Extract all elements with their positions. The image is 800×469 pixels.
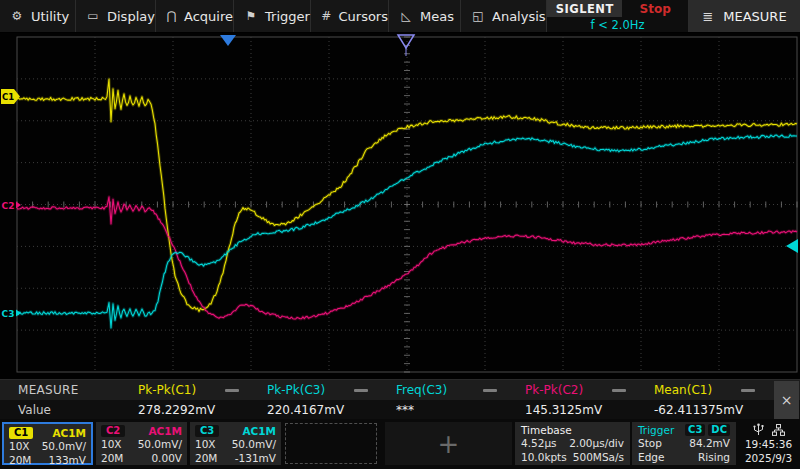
measurement-label: Pk-Pk(C2) [525,383,583,397]
usb-icon [753,423,764,436]
vertical-offset: 133mV [49,454,86,468]
vertical-scale: 50.0mV/ [138,438,182,452]
system-status: 19:45:36 2025/9/3 [737,422,800,465]
menu-meas-label: Meas [420,9,454,24]
channel-box-c1[interactable]: C1 AC1M 10X50.0mV/ 20M133mV [2,422,93,465]
measurement-panel: MEASURE Value Pk-Pk(C1) 278.2292mV Pk-Pk… [0,379,800,419]
channel-id-badge: C3 [195,425,219,437]
measurement-value: 220.4167mV [267,403,344,417]
menu-cursors[interactable]: # Cursors [311,0,389,32]
bandwidth-limit: 20M [9,454,31,468]
vertical-offset: 0.00V [151,452,182,466]
add-item-zone[interactable]: + [385,422,512,465]
remove-measurement-button[interactable] [612,389,626,392]
measurement-slot-4: Pk-Pk(C2) 145.3125mV [517,380,646,420]
flag-icon: ⚑ [244,9,258,23]
status-block: SIGLENT Stop f < 2.0Hz [547,0,689,32]
menu-trigger[interactable]: ⚑ Trigger [234,0,311,32]
clock-date: 2025/9/3 [745,452,792,464]
measurement-label: Mean(C1) [654,383,712,397]
channel-box-c2[interactable]: C2 AC1M 10X50.0mV/ 20M0.00V [96,422,187,465]
gear-icon: ⚙ [10,9,24,23]
record-length: 10.0kpts [521,451,567,465]
channel-coupling: AC1M [148,425,182,437]
channel-coupling: AC1M [242,425,276,437]
channel-id-badge: C2 [101,425,125,437]
close-measurements-button[interactable]: × [774,381,799,419]
menu-acquire-label: Acquire [184,9,233,24]
acquire-icon: ⋂ [166,9,177,23]
vertical-scale: 50.0mV/ [232,438,276,452]
svg-text:C3: C3 [2,309,15,319]
probe-attenuation: 10X [195,438,216,452]
acquisition-status: Stop [622,0,688,17]
svg-text:C1: C1 [2,92,14,102]
plus-icon: + [438,429,460,459]
trigger-source-badge: C3 [685,424,705,436]
trigger-frequency-readout: f < 2.0Hz [547,17,688,32]
svg-text:C2: C2 [2,201,15,211]
lan-icon [772,424,785,436]
ruler-icon: ◺ [399,9,413,23]
cursors-icon: # [321,9,331,23]
trigger-status: Stop [638,437,662,451]
measurement-slot-3: Freq(C3) *** [388,380,517,420]
vertical-scale: 50.0mV/ [42,440,86,454]
vertical-offset: -131mV [235,452,276,466]
measurement-value: -62.411375mV [654,403,743,417]
remove-measurement-button[interactable] [225,389,239,392]
top-menu-bar: ⚙ Utility ▭ Display ⋂ Acquire ⚑ Trigger … [0,0,800,33]
scope-canvas: C1 C2 C3 [0,33,800,379]
clock-time: 19:45:36 [745,438,792,450]
measurement-value: 145.3125mV [525,403,602,417]
menu-cursors-label: Cursors [338,9,388,24]
measurement-label: Freq(C3) [396,383,447,397]
menu-display[interactable]: ▭ Display [76,0,156,32]
measurement-slot-2: Pk-Pk(C3) 220.4167mV [259,380,388,420]
trigger-box[interactable]: Trigger C3 DC Stop84.2mV EdgeRising [632,422,736,465]
trigger-coupling-badge: DC [708,424,730,436]
display-icon: ▭ [86,9,100,23]
trigger-slope: Rising [698,451,730,465]
timebase-title: Timebase [521,423,624,437]
menu-utility[interactable]: ⚙ Utility [0,0,76,32]
measurement-label: Pk-Pk(C3) [267,383,325,397]
timebase-delay: 4.52μs [521,437,557,451]
bandwidth-limit: 20M [195,452,217,466]
menu-acquire[interactable]: ⋂ Acquire [156,0,234,32]
trigger-title: Trigger [638,423,674,437]
bandwidth-limit: 20M [101,452,123,466]
menu-trigger-label: Trigger [265,9,310,24]
measurement-panel-title: MEASURE [18,383,79,397]
measurement-label: Pk-Pk(C1) [138,383,196,397]
timebase-box[interactable]: Timebase 4.52μs2.00μs/div 10.0kpts500MSa… [515,422,630,465]
trigger-type: Edge [638,451,664,465]
waveform-display: C1 C2 C3 [0,33,800,379]
sample-rate: 500MSa/s [573,451,624,465]
menu-meas[interactable]: ◺ Meas [389,0,461,32]
remove-measurement-button[interactable] [483,389,497,392]
measure-button-label: MEASURE [723,9,786,24]
menu-analysis[interactable]: ◱ Analysis [461,0,547,32]
channel-box-c3[interactable]: C3 AC1M 10X50.0mV/ 20M-131mV [190,422,281,465]
remove-measurement-button[interactable] [741,389,755,392]
remove-measurement-button[interactable] [354,389,368,392]
analysis-icon: ◱ [471,9,485,23]
trigger-level-marker[interactable] [786,239,798,253]
graticule [17,37,797,372]
measurement-slot-5: Mean(C1) -62.411375mV [646,380,775,420]
trigger-delay-marker[interactable] [220,35,236,46]
measurement-value: *** [396,403,414,417]
timebase-scale: 2.00μs/div [569,437,624,451]
menu-display-label: Display [107,9,155,24]
channel-box-c4-placeholder[interactable] [285,423,377,464]
probe-attenuation: 10X [9,440,30,454]
channel-tag-c3[interactable]: C3 [2,309,21,319]
list-icon: ≣ [702,9,713,24]
menu-utility-label: Utility [31,9,69,24]
measure-dialog-button[interactable]: ≣ MEASURE [689,0,800,32]
bottom-status-bar: C1 AC1M 10X50.0mV/ 20M133mV C2 AC1M 10X5… [0,419,800,469]
measurement-slot-1: Pk-Pk(C1) 278.2292mV [130,380,259,420]
menu-analysis-label: Analysis [492,9,546,24]
channel-coupling: AC1M [52,427,86,439]
